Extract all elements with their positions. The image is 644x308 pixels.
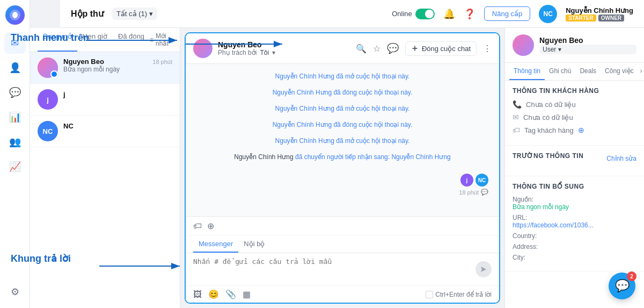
- user-info: Nguyễn Chính Hưng STARTER OWNER: [566, 6, 633, 22]
- conv-time-1: 18 phút: [152, 59, 172, 65]
- rp-tag-value: Tag khách hàng: [524, 126, 574, 134]
- starter-tag: STARTER: [566, 15, 596, 22]
- sys-sender-5: Nguyễn Chính Hưng: [275, 137, 334, 145]
- rp-tab-notes[interactable]: Ghi chú: [545, 63, 575, 80]
- sys-text-2: đã đóng cuộc hội thoại này.: [333, 89, 412, 96]
- close-icon: [411, 45, 419, 52]
- city-label: City:: [513, 254, 636, 261]
- tab-pending[interactable]: Hẹn giờ: [77, 28, 113, 52]
- tag-icon[interactable]: 🏷: [193, 221, 202, 231]
- more-icon[interactable]: ⋮: [483, 44, 492, 54]
- sys-sender-2: Nguyễn Chính Hưng: [273, 89, 332, 96]
- rp-tab-info[interactable]: Thông tin: [509, 63, 545, 80]
- chat-widget-badge: 2: [627, 271, 636, 281]
- tab-active[interactable]: Đang mở: [38, 28, 77, 52]
- ctrl-enter-label: Ctrl+Enter để trả lời: [435, 291, 492, 298]
- right-panel: Nguyen Beo User ▾ Thông tin Ghi chú Deal…: [504, 28, 644, 308]
- chat-header: Nguyen Beo Phụ trách bởi Tôi ▾ 🔍 ☆ 💬: [186, 33, 499, 64]
- contacts-icon: 👤: [9, 62, 21, 74]
- conv-item-2[interactable]: j j: [30, 84, 180, 116]
- close-label: Đóng cuộc chat: [422, 45, 471, 53]
- country-label: Country:: [513, 232, 636, 240]
- rp-tab-more[interactable]: ›: [638, 63, 644, 80]
- sort-button[interactable]: ≡ Mới nhất: [150, 28, 172, 52]
- conv-item-3[interactable]: NC NC: [30, 116, 180, 147]
- sys-msg-2: Nguyễn Chính Hưng đã đóng cuộc hội thoại…: [196, 89, 488, 96]
- rp-edit-button[interactable]: Chỉnh sửa: [606, 155, 636, 162]
- rp-tab-tasks[interactable]: Công việc: [601, 63, 638, 80]
- conv-avatar-3: NC: [38, 121, 58, 141]
- add-icon[interactable]: ⊕: [207, 221, 214, 231]
- chat-widget[interactable]: 💬 2: [609, 273, 635, 299]
- mini-avatar-j: j: [460, 174, 473, 187]
- rp-customer-title: THÔNG TIN KHÁCH HÀNG: [513, 87, 636, 95]
- tab-closed[interactable]: Đã đóng: [113, 28, 150, 52]
- conv-name-3: NC: [63, 122, 74, 130]
- messenger-icon[interactable]: 💬: [387, 42, 399, 54]
- msg-time-row: 18 phút 💬: [459, 189, 488, 196]
- logo[interactable]: [5, 5, 25, 25]
- sys-text-4: đã đóng cuộc hội thoại này.: [333, 121, 412, 128]
- assigned-label: Phụ trách bởi: [218, 49, 257, 56]
- search-icon[interactable]: 🔍: [356, 44, 367, 54]
- filter-select[interactable]: Tất cả (1) ▾: [112, 8, 157, 20]
- rp-avatar: [513, 34, 534, 56]
- star-icon[interactable]: ☆: [373, 44, 380, 54]
- sidebar-item-conversations[interactable]: 💬: [4, 82, 26, 103]
- send-button[interactable]: [475, 261, 492, 277]
- rp-role-select[interactable]: User ▾: [539, 45, 636, 54]
- upgrade-button[interactable]: Nâng cấp: [484, 6, 530, 21]
- role-chevron: ▾: [558, 46, 561, 53]
- bell-icon[interactable]: 🔔: [443, 8, 455, 20]
- user-avatar[interactable]: NC: [539, 5, 557, 23]
- transfer-text: đã chuyển người tiếp nhận sang:: [295, 153, 391, 161]
- owner-tag: OWNER: [598, 15, 624, 22]
- sys-text-1: đã mở cuộc hội thoại này.: [336, 73, 409, 80]
- close-chat-button[interactable]: Đóng cuộc chat: [405, 41, 477, 56]
- rp-fields-section: TRƯỜNG THÔNG TIN Chỉnh sửa: [505, 146, 644, 176]
- tab-internal[interactable]: Nội bộ: [238, 236, 270, 253]
- sys-text-5: đã mở cuộc hội thoại này.: [336, 137, 409, 145]
- tag-add-button[interactable]: ⊕: [578, 126, 584, 134]
- sidebar-item-analytics[interactable]: 📈: [4, 156, 26, 177]
- sys-msg-5: Nguyễn Chính Hưng đã mở cuộc hội thoại n…: [196, 137, 488, 145]
- rp-fields-header: TRƯỜNG THÔNG TIN Chỉnh sửa: [513, 152, 636, 165]
- sys-msg-transfer: Nguyễn Chính Hưng đã chuyển người tiếp n…: [196, 153, 488, 161]
- transfer-link: Nguyễn Chính Hưng: [391, 153, 450, 161]
- url-value[interactable]: https://facebook.com/1036...: [513, 221, 636, 229]
- reports-icon: 📊: [9, 111, 21, 123]
- gif-icon[interactable]: ▦: [243, 289, 251, 299]
- sidebar-item-teams[interactable]: 👥: [4, 131, 26, 153]
- rp-extra-section: THÔNG TIN BỔ SUNG Nguồn: Bữa ngon mỗi ng…: [505, 176, 644, 271]
- sidebar-item-contacts[interactable]: 👤: [4, 57, 26, 78]
- tab-messenger[interactable]: Messenger: [193, 236, 238, 253]
- compose-tabs: Messenger Nội bộ: [186, 236, 499, 253]
- tag-icon: 🏷: [513, 126, 520, 134]
- checkbox[interactable]: [426, 291, 433, 298]
- help-icon[interactable]: ❓: [464, 8, 475, 20]
- rp-country-row: Country:: [513, 232, 636, 240]
- rp-tabs: Thông tin Ghi chú Deals Công việc ›: [505, 63, 644, 81]
- conv-avatar-1: [38, 58, 58, 78]
- conv-item-1[interactable]: Nguyen Beo 18 phút Bữa ngon mỗi ngày: [30, 52, 180, 84]
- conv-info-3: NC: [63, 121, 172, 131]
- rp-tab-deals[interactable]: Deals: [575, 63, 601, 80]
- sys-sender-3: Nguyễn Chính Hưng: [275, 105, 334, 112]
- emoji-icon[interactable]: 🖼: [193, 290, 202, 299]
- rp-contact-info: Nguyen Beo User ▾: [539, 36, 636, 54]
- sys-sender-4: Nguyễn Chính Hưng: [273, 121, 332, 128]
- sidebar-item-inbox[interactable]: ✉: [4, 32, 26, 54]
- email-icon: ✉: [513, 113, 519, 121]
- url-label: URL:: [513, 214, 636, 221]
- sidebar-item-reports[interactable]: 📊: [4, 106, 26, 128]
- assigned-to[interactable]: Tôi: [260, 49, 269, 56]
- source-label: Nguồn:: [513, 196, 636, 203]
- sidebar-item-settings[interactable]: ⚙: [4, 281, 26, 303]
- compose-bottom: 🖼 😊 📎 ▦ Ctrl+Enter để trả lời: [186, 285, 499, 303]
- sticker-icon[interactable]: 😊: [208, 289, 219, 299]
- online-toggle[interactable]: [415, 9, 435, 19]
- attach-icon[interactable]: 📎: [225, 289, 236, 299]
- user-name: Nguyễn Chính Hưng: [566, 6, 633, 15]
- compose-input[interactable]: [193, 257, 492, 279]
- compose-bottom-left: 🖼 😊 📎 ▦: [193, 289, 251, 299]
